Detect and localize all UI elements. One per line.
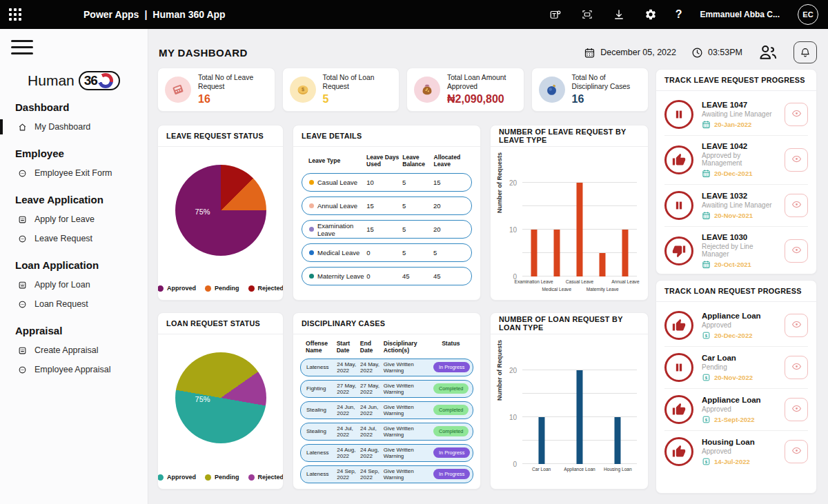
fit-screen-icon[interactable] (580, 8, 594, 21)
circle-icon (18, 234, 27, 243)
view-button[interactable] (785, 148, 808, 172)
svg-text:$: $ (705, 417, 708, 421)
sidebar-item-label: Employee Appraisal (34, 365, 110, 374)
leave-table-row[interactable]: Maternity Leave04545 (302, 267, 472, 285)
leave-type-bar-chart-card: NUMBER OF LEAVE REQUEST BY LEAVE TYPE 01… (490, 125, 649, 301)
people-icon[interactable] (758, 42, 778, 63)
pie-legend: ApprovedPendingRejected (157, 285, 284, 292)
human-360-dashboard: Power Apps | Human 360 App ? Emmanuel Ab… (0, 0, 828, 504)
sidebar-item-apply-for-leave[interactable]: Apply for Leave (0, 210, 148, 229)
top-bar: Power Apps | Human 360 App ? Emmanuel Ab… (0, 0, 828, 29)
view-button[interactable] (785, 314, 808, 337)
pie-chart: 75% (175, 352, 266, 443)
legend-item: Pending (205, 285, 239, 292)
sidebar-item-create-appraisal[interactable]: Create Appraisal (0, 341, 148, 360)
bar-medical-leave (553, 230, 560, 276)
dollar-icon: $ (702, 373, 711, 382)
track-item: LEAVE 1047Awaiting Line Manager20-Jan-20… (664, 94, 808, 136)
view-button[interactable] (785, 103, 808, 126)
download-icon[interactable] (612, 8, 626, 21)
eye-icon (791, 199, 802, 212)
bar-annual-leave (622, 230, 629, 276)
view-button[interactable] (785, 398, 808, 421)
disciplinary-table-row[interactable]: Lateness24 Aug, 202224 Aug, 2022Give Wri… (300, 444, 473, 462)
sidebar-item-leave-request[interactable]: Leave Request (0, 229, 148, 248)
disciplinary-table-row[interactable]: Lateness24 Sep, 202224 Sep, 2022Give Wri… (300, 465, 473, 483)
page-header: MY DASHBOARD December 05, 2022 03:53PM (159, 40, 817, 65)
bar-examination-leave (531, 230, 537, 276)
status-badge: In Progress (433, 469, 470, 479)
eye-icon (791, 108, 802, 121)
notifications-bell-icon[interactable] (793, 41, 817, 63)
bar-casual-leave (577, 183, 583, 276)
disciplinary-cases-card: DISCIPLINARY CASES Offense NameStart Dat… (293, 312, 481, 490)
legend-item: Approved (157, 474, 196, 481)
request-status: Rejected by Line Manager (702, 243, 776, 258)
avatar[interactable]: EC (798, 4, 818, 25)
sidebar-item-employee-exit-form[interactable]: Employee Exit Form (0, 163, 148, 183)
svg-text:$: $ (705, 375, 708, 379)
stat-label: Total No of Disciplinary Cases (572, 74, 642, 92)
leave-table-row[interactable]: Casual Leave10515 (302, 173, 472, 192)
app-name: Human 360 App (152, 9, 225, 20)
sidebar-section-title: Leave Application (15, 194, 148, 205)
calendar-icon (702, 120, 711, 129)
leave-table-row[interactable]: Annual Leave15520 (302, 196, 472, 215)
leave-table-row[interactable]: Examination Leave15520 (302, 220, 472, 239)
view-button[interactable] (785, 356, 808, 379)
x-tick-label: Casual Leave (566, 279, 593, 284)
view-button[interactable] (785, 239, 808, 263)
request-date: 20-Dec-2022 (714, 332, 752, 339)
sidebar-item-label: Leave Request (34, 234, 92, 243)
sidebar-item-loan-request[interactable]: Loan Request (0, 294, 148, 314)
title-separator: | (144, 9, 147, 20)
stat-label: Total No of Loan Request (323, 74, 393, 92)
app-launcher-icon[interactable] (8, 7, 23, 22)
view-button[interactable] (785, 440, 808, 463)
request-date: 20-Oct-2021 (714, 261, 751, 268)
legend-item: Approved (157, 285, 196, 292)
circle-icon (18, 169, 27, 178)
disciplinary-table-row[interactable]: Lateness24 May, 202224 May, 2022Give Wri… (300, 359, 473, 376)
leave-table-header: Leave TypeLeave Days UsedLeave BalanceAl… (302, 154, 472, 168)
legend-item: Rejected (248, 285, 284, 292)
home-icon (18, 123, 27, 132)
track-leave-request-panel: TRACK LEAVE REQUEST PROGRESS LEAVE 1047A… (656, 69, 817, 274)
money-bag-icon (414, 77, 440, 103)
page-title: MY DASHBOARD (159, 47, 248, 59)
status-badge: Completed (433, 383, 469, 394)
y-tick-label: 10 (509, 225, 517, 233)
sidebar-item-apply-for-loan[interactable]: Apply for Loan (0, 275, 148, 294)
teams-icon[interactable] (549, 8, 562, 21)
form-icon (18, 346, 27, 355)
request-name: Appliance Loan (702, 312, 776, 320)
disciplinary-table-row[interactable]: Stealing24 Jul, 202224 Jul, 2022Give Wri… (300, 423, 473, 441)
bar-chart-plot: 01020 (522, 361, 637, 464)
leave-calculator-icon (165, 77, 191, 103)
menu-icon[interactable] (11, 40, 33, 54)
pie-legend: ApprovedPendingRejected (157, 474, 284, 481)
status-badge: In Progress (433, 447, 470, 458)
eye-icon (791, 403, 802, 416)
view-button[interactable] (785, 194, 808, 217)
disciplinary-table-row[interactable]: Stealing24 Jun, 202224 Jun, 2022Give Wri… (300, 401, 473, 419)
settings-gear-icon[interactable] (644, 8, 658, 21)
legend-item: Rejected (248, 474, 284, 481)
request-status: Awaiting Line Manager (702, 201, 776, 209)
x-tick-label: Annual Leave (611, 279, 639, 284)
thumbs-up-icon (664, 311, 693, 340)
eye-icon (791, 361, 802, 374)
help-icon[interactable]: ? (676, 8, 682, 21)
sidebar-item-my-dashboard[interactable]: My Dashboard (0, 117, 148, 137)
leave-table-row[interactable]: Medical Leave055 (302, 243, 472, 262)
y-tick-label: 0 (513, 461, 517, 468)
date-display: December 05, 2022 (584, 47, 676, 59)
sidebar: Human 36 DashboardMy DashboardEmployeeEm… (0, 29, 148, 504)
sidebar-section-title: Employee (15, 148, 148, 159)
stat-value: 16 (572, 93, 642, 105)
y-tick-label: 20 (509, 179, 517, 186)
sidebar-item-employee-appraisal[interactable]: Employee Appraisal (0, 360, 148, 379)
user-name[interactable]: Emmanuel Abba C... (700, 10, 780, 19)
disciplinary-table-row[interactable]: Fighting27 May, 202227 May, 2022Give Wri… (300, 380, 473, 398)
sidebar-item-label: My Dashboard (34, 122, 90, 132)
